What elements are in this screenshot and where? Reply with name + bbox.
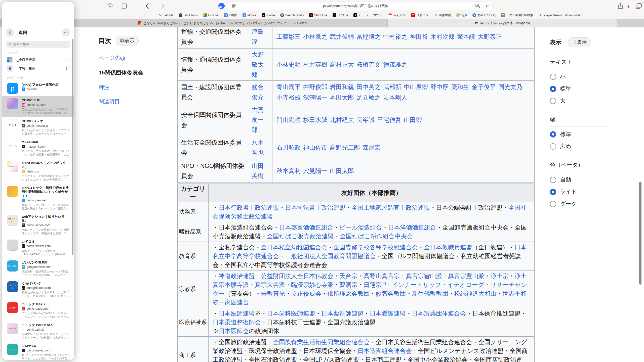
favorites-item[interactable]: XX [353, 13, 360, 17]
organization-link[interactable]: 高野山真言宗 [364, 273, 400, 279]
organization-link[interactable]: 臨済宗妙心寺派 [291, 281, 333, 288]
toc-item[interactable]: 脚注 [99, 84, 164, 91]
member-link[interactable]: 深澤陽一 [303, 94, 327, 101]
organization-link[interactable]: 日本薬剤師連盟 [321, 310, 364, 317]
radio-button[interactable] [550, 177, 556, 183]
favorites-item[interactable]: G-Drive [203, 13, 218, 17]
appearance-hide-button[interactable]: 非表示 [568, 37, 591, 47]
committee-chair-link[interactable]: 務台俊介 [248, 81, 272, 104]
member-link[interactable]: 岩田和親 [330, 83, 354, 90]
sidebar-toggle-icon[interactable] [121, 4, 127, 9]
member-link[interactable]: 岩本剛人 [383, 94, 407, 101]
forward-button[interactable] [159, 3, 166, 9]
bookmark-item[interactable]: くらげバンチくらげバンチバkuragebunch.com新潮社がお届けするＷＥＢ… [2, 279, 74, 300]
bookmark-item[interactable]: マグコミMAGCOMIMmagcomi.comマッグガーデン発のWEBマンガサイ… [2, 138, 74, 159]
bookmark-item[interactable]: webアクションwebアクション｜知りたい世界。アcomic-action.co… [2, 212, 74, 237]
bookmark-item[interactable]: ガンガンガンガンONLINEガganganonline.com購読無料・登録不要… [2, 258, 74, 279]
toc-hide-button[interactable]: 非表示 [116, 36, 139, 46]
member-link[interactable]: 田中英之 [356, 83, 381, 90]
organization-link[interactable]: 日本製薬団体連合会 [412, 310, 466, 317]
radio-option[interactable]: 標準 [550, 85, 609, 93]
bookmark-item[interactable]: COMIC FUZFUZcomic-fuz.com芳文社公式まんがサービス！CO… [2, 96, 74, 117]
sidebar-more-icon[interactable]: ⋯ [62, 28, 70, 37]
favorites-item[interactable]: dSRD 5e [333, 13, 348, 17]
favorites-item[interactable]: 写真 [456, 13, 467, 17]
url-text[interactable]: ja.wikipedia.org/wiki/自由民主党の友好団体 [236, 4, 475, 8]
radio-option[interactable]: 広め [550, 143, 609, 150]
member-link[interactable]: 高野光二郎 [330, 144, 360, 151]
favorites-item[interactable]: Yヨドバシ [411, 13, 428, 17]
member-link[interactable]: 穴見陽一 [303, 167, 327, 174]
organization-link[interactable]: 松緑神道大和山 [454, 290, 497, 297]
radio-button[interactable] [550, 74, 556, 80]
member-link[interactable]: 神田裕 [410, 33, 428, 40]
member-link[interactable]: 木村次郎 [430, 33, 455, 40]
reference-link[interactable]: [4] [382, 281, 386, 285]
organization-link[interactable]: 全国飲食業生活衛生同業組合連合会 [273, 339, 370, 345]
member-link[interactable]: 本田太郎 [330, 94, 354, 101]
organization-link[interactable]: 日本司法書士政治連盟 [285, 204, 345, 211]
organization-link[interactable]: 天台宗 [339, 273, 357, 279]
tab-overview-new-icon[interactable] [107, 4, 113, 9]
favorites-item[interactable]: GG翻訳 [224, 13, 237, 17]
member-link[interactable]: 国光文乃 [498, 83, 522, 90]
radio-option[interactable]: 標準 [550, 130, 609, 138]
organization-link[interactable]: 日本医師連盟 [219, 310, 255, 317]
radio-button-selected[interactable] [550, 86, 556, 92]
organization-link[interactable]: 日本蒸留酒酒造組合 [279, 224, 333, 231]
toc-item[interactable]: 15関係団体委員会 [99, 69, 164, 76]
organization-link[interactable]: 日本造園組合連合会 [357, 347, 412, 354]
favorites-item[interactable]: みんポケ [388, 13, 406, 17]
radio-button-selected[interactable] [550, 131, 556, 138]
committee-chair-link[interactable]: 古賀友一郎 [248, 104, 272, 136]
member-link[interactable]: 中村裕之 [383, 33, 407, 40]
organization-link[interactable]: 全国土地家屋調査士政治連盟 [351, 204, 430, 211]
bookmark-item[interactable]: カドコミカドコミカドcomic-walker.comWebでもアプリでも読めるK… [2, 237, 74, 258]
sidebar-folder-item[interactable]: _金曜日更新3› [2, 56, 74, 64]
radio-button-selected[interactable] [550, 189, 556, 195]
member-link[interactable]: 山田宏 [404, 116, 422, 123]
address-bar[interactable]: ja.wikipedia.org/wiki/自由民主党の友好団体 ↻ [227, 2, 492, 11]
favorites-item[interactable]: G画像検索 [434, 13, 451, 17]
organization-link[interactable]: 全日本私立幼稚園連合会 [261, 244, 327, 251]
favorites-item[interactable]: 天杉並区の天気 [472, 13, 496, 17]
organization-link[interactable]: ビール酒造組合 [339, 224, 382, 231]
member-link[interactable]: 村井英樹 [303, 61, 327, 68]
favorites-grid-icon[interactable] [144, 13, 148, 17]
member-link[interactable]: 小林鷹之 [303, 33, 327, 40]
organization-link[interactable]: 浄土宗 [490, 273, 508, 279]
toc-item[interactable]: ページ先頭 [99, 55, 164, 62]
member-link[interactable]: 青山周平 [276, 83, 301, 90]
member-link[interactable]: 長峯誠 [356, 116, 375, 123]
sidebar-scrollbar[interactable] [72, 39, 73, 255]
reader-view-icon[interactable] [232, 4, 236, 8]
organization-link[interactable]: 神道政治連盟 [219, 273, 255, 279]
radio-option[interactable]: ライト [550, 188, 609, 196]
member-link[interactable]: 柘植芳文 [356, 61, 381, 68]
organization-link[interactable]: 日本柔道整復師会 [213, 319, 261, 326]
member-link[interactable]: 足立敏之 [356, 94, 381, 101]
member-link[interactable]: 武部新 [383, 83, 401, 90]
member-link[interactable]: 秋本真利 [276, 167, 301, 174]
back-button[interactable] [144, 3, 150, 9]
organization-link[interactable]: 日本医師会 [219, 328, 249, 334]
member-link[interactable]: 工藤彰三 [276, 33, 301, 40]
favorites-item[interactable]: dD&D Tools [179, 13, 198, 17]
bookmark-item[interactable]: pixivコミック｜無料で読める漫画や新刊情報のコミック総合サイトツcomic.… [2, 184, 74, 212]
member-link[interactable]: 山田太郎 [330, 167, 354, 174]
radio-button[interactable] [550, 98, 556, 104]
member-link[interactable]: 森屋宏 [363, 144, 381, 151]
favorites-item[interactable]: ⊕Player Resour...rtium - Index [539, 13, 582, 17]
radio-option[interactable]: ダーク [550, 200, 609, 208]
new-tab-plus-icon[interactable]: + [627, 3, 630, 10]
organization-link[interactable]: 全国たばこ耕作組合中央会 [340, 233, 413, 240]
radio-option[interactable]: 小 [550, 73, 609, 80]
member-link[interactable]: 冨樫博之 [356, 33, 381, 40]
tab-youngaminal[interactable]: となりの信國さんは俺のことが好きな気がする・講座4 耳の裏の匂いで相性がわかる!… [133, 19, 387, 27]
member-link[interactable]: 高村正大 [330, 61, 354, 68]
member-link[interactable]: 北村経夫 [330, 116, 354, 123]
radio-button[interactable] [550, 201, 556, 207]
sidebar-back-button[interactable] [6, 28, 14, 37]
bookmark-item[interactable]: コロナコロナEXコto-corona-ex.comTOブックスの公式Web漫画（… [2, 342, 74, 360]
member-link[interactable]: 徳茂雅之 [383, 61, 407, 68]
